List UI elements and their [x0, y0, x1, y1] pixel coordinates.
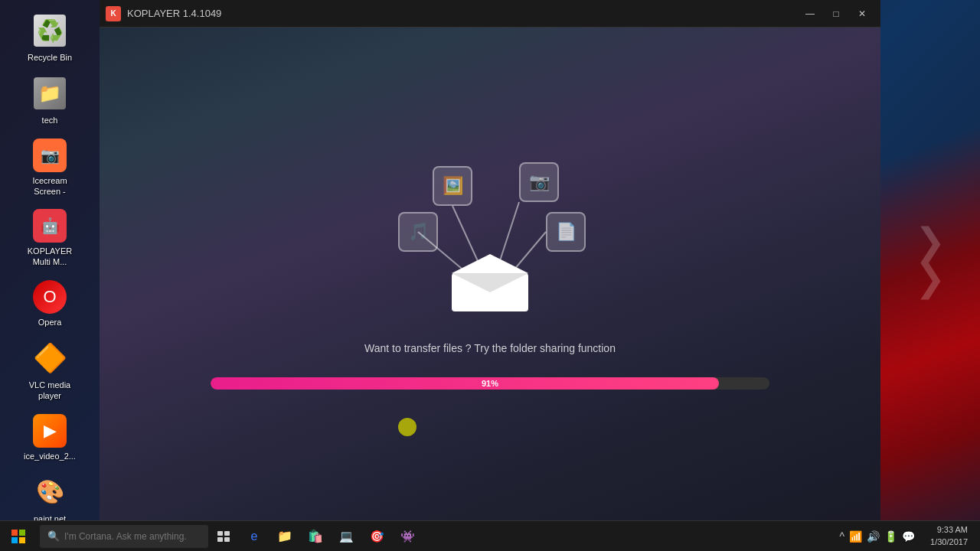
svg-rect-13 — [224, 531, 230, 536]
taskbar-icon-4[interactable]: 💻 — [331, 521, 361, 552]
desktop-icon-opera[interactable]: O Opera — [15, 276, 84, 332]
transfer-description: Want to transfer files ? Try the folder … — [364, 342, 616, 354]
cortana-search[interactable]: 🔍 — [40, 525, 208, 548]
desktop-icon-tech[interactable]: 📁 tech — [15, 70, 84, 130]
system-tray: ^ 📶 🔊 🔋 💬 9:33 AM 1/30/2017 — [833, 524, 980, 548]
ice-video-label: ice_video_2... — [24, 451, 76, 461]
svg-rect-14 — [217, 537, 223, 542]
recycle-bin-label: Recycle Bin — [28, 52, 72, 63]
tech-folder-icon: 📁 — [31, 75, 68, 112]
svg-rect-8 — [11, 530, 18, 536]
clock-date: 1/30/2017 — [930, 536, 968, 548]
desktop-icon-icecream[interactable]: 📷 Icecream Screen - — [15, 134, 84, 202]
desktop-icon-ice-video[interactable]: ▶ ice_video_2... — [15, 409, 84, 466]
icecream-icon: 📷 — [33, 139, 67, 172]
tray-arrow-icon[interactable]: ^ — [839, 530, 844, 543]
window-maximize-button[interactable]: □ — [824, 3, 848, 24]
desktop: ♻️ Recycle Bin 📁 tech 📷 Icecream Screen … — [0, 0, 980, 551]
opera-icon: O — [33, 280, 67, 314]
task-view-button[interactable] — [208, 521, 239, 552]
tray-volume-icon[interactable]: 🔊 — [867, 530, 880, 543]
document-icon: 📄 — [546, 212, 586, 252]
opera-label: Opera — [38, 317, 62, 328]
koplayer-window: K KOPLAYER 1.4.1049 — □ ✕ 🖼️ 📷 — [100, 0, 880, 520]
svg-rect-12 — [217, 531, 223, 536]
progress-bar-fill — [211, 377, 719, 390]
desktop-sidebar: ♻️ Recycle Bin 📁 tech 📷 Icecream Screen … — [0, 0, 100, 520]
taskbar-clock: 9:33 AM 1/30/2017 — [924, 524, 974, 548]
search-icon: 🔍 — [47, 530, 60, 542]
clock-time: 9:33 AM — [930, 524, 968, 536]
ice-video-icon: ▶ — [33, 414, 67, 448]
tray-notification-icon[interactable]: 💬 — [902, 530, 915, 543]
svg-rect-15 — [224, 537, 230, 542]
tray-icons: ^ 📶 🔊 🔋 💬 — [833, 530, 921, 543]
window-title: KOPLAYER 1.4.1049 — [127, 8, 798, 19]
icecream-label: Icecream Screen - — [21, 175, 78, 197]
edge-button[interactable]: e — [239, 521, 270, 552]
tray-battery-icon[interactable]: 🔋 — [884, 530, 897, 543]
taskbar-icon-6[interactable]: 👾 — [392, 521, 423, 552]
window-titlebar: K KOPLAYER 1.4.1049 — □ ✕ — [100, 0, 880, 28]
svg-rect-11 — [19, 537, 25, 543]
progress-label: 91% — [482, 379, 498, 388]
window-logo-icon: K — [106, 6, 121, 21]
search-input[interactable] — [64, 531, 201, 542]
svg-rect-9 — [19, 530, 25, 536]
start-button[interactable] — [0, 521, 37, 552]
paintnet-icon: 🎨 — [31, 474, 68, 510]
taskbar: 🔍 e 📁 🛍️ 💻 🎯 👾 ^ 📶 🔊 — [0, 520, 980, 551]
photo-icon-1: 🖼️ — [433, 166, 472, 206]
koplayer-multi-icon: 🤖 — [33, 209, 67, 243]
svg-marker-6 — [452, 254, 528, 273]
store-button[interactable]: 🛍️ — [300, 521, 331, 552]
koplayer-multi-label: KOPLAYER Multi M... — [21, 246, 78, 268]
window-minimize-button[interactable]: — — [798, 3, 822, 24]
vlc-icon: 🔶 — [31, 340, 68, 377]
file-transfer-illustration: 🖼️ 📷 🎵 📄 — [383, 158, 597, 327]
taskbar-icon-5[interactable]: 🎯 — [361, 521, 392, 552]
right-decoration: ❯❯ — [880, 0, 980, 520]
tech-label: tech — [42, 115, 58, 126]
desktop-icon-koplayer-multi[interactable]: 🤖 KOPLAYER Multi M... — [15, 204, 84, 272]
window-close-button[interactable]: ✕ — [850, 3, 874, 24]
recycle-bin-icon: ♻️ — [31, 12, 68, 49]
window-content: 🖼️ 📷 🎵 📄 — [100, 28, 880, 520]
music-icon: 🎵 — [398, 212, 438, 252]
desktop-icon-recycle-bin[interactable]: ♻️ Recycle Bin — [15, 8, 84, 67]
tray-network-icon[interactable]: 📶 — [849, 530, 862, 543]
vlc-label: VLC media player — [21, 380, 78, 402]
photo-icon-2: 📷 — [519, 162, 559, 202]
window-controls: — □ ✕ — [798, 3, 874, 24]
chevron-icon: ❯❯ — [915, 223, 946, 297]
progress-bar-container: 91% — [211, 377, 769, 390]
mouse-cursor — [398, 418, 416, 436]
inbox-tray-icon — [448, 250, 532, 311]
file-explorer-button[interactable]: 📁 — [270, 521, 300, 552]
desktop-icon-vlc[interactable]: 🔶 VLC media player — [15, 335, 84, 406]
svg-rect-10 — [11, 537, 18, 543]
